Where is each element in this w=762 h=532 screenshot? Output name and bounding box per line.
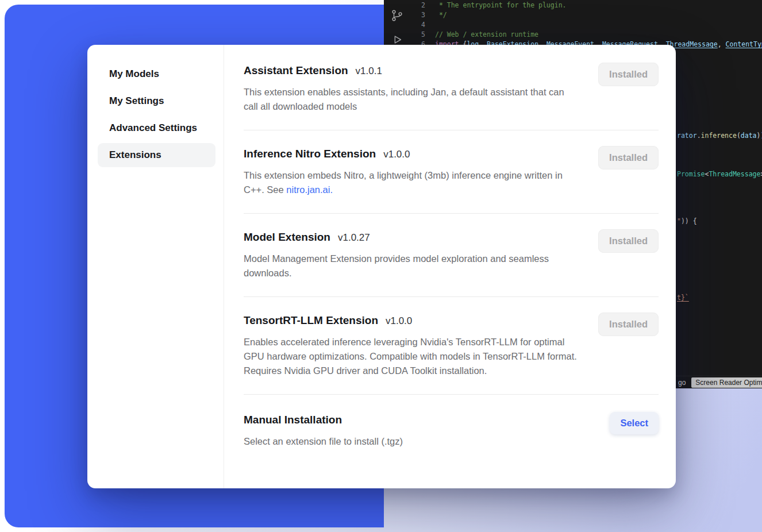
manual-installation-description: Select an extension file to install (.tg… (244, 434, 403, 449)
code-token: " (677, 217, 681, 225)
code-token: data (741, 132, 757, 140)
code-fragment: rator.inference(data)); (677, 132, 762, 140)
extension-description: Enables accelerated inference leveraging… (244, 335, 577, 378)
installed-button-tensortrt-llm-extension[interactable]: Installed (598, 313, 659, 336)
extension-description: This extension enables assistants, inclu… (244, 85, 577, 114)
sidebar-item-extensions[interactable]: Extensions (98, 143, 215, 167)
installed-button-model-extension[interactable]: Installed (598, 229, 659, 253)
extension-section-tensortrt-llm-extension: TensortRT-LLM Extensionv1.0.0Enables acc… (244, 297, 659, 395)
installed-button-inference-nitro-extension[interactable]: Installed (598, 146, 659, 169)
manual-installation-section: Manual Installation Select an extension … (244, 395, 659, 465)
screen-reader-chip[interactable]: Screen Reader Optimized (691, 377, 762, 388)
sidebar-item-my-models[interactable]: My Models (98, 62, 215, 86)
code-token: ThreadMessage (709, 170, 760, 178)
extension-version: v1.0.0 (383, 149, 410, 160)
code-token: inference (701, 132, 737, 140)
select-extension-file-button[interactable]: Select (610, 412, 659, 434)
settings-modal: My ModelsMy SettingsAdvanced SettingsExt… (87, 45, 676, 488)
status-bar-text: go (678, 379, 686, 387)
extension-section-inference-nitro-extension: Inference Nitro Extensionv1.0.0This exte… (244, 130, 659, 214)
code-token: Promise (677, 170, 705, 178)
extension-title: TensortRT-LLM Extension (244, 313, 378, 329)
installed-button-assistant-extension[interactable]: Installed (598, 63, 659, 86)
code-fragment: t}` (677, 294, 689, 302)
extension-version: v1.0.27 (338, 232, 370, 244)
extension-title: Model Extension (244, 229, 330, 245)
extension-description: This extension embeds Nitro, a lightweig… (244, 168, 577, 197)
sidebar-item-my-settings[interactable]: My Settings (98, 89, 215, 113)
extension-description: Model Management Extension provides mode… (244, 252, 577, 280)
sidebar-item-advanced-settings[interactable]: Advanced Settings (98, 116, 215, 140)
code-token: ( (737, 132, 741, 140)
code-fragment: ")) { (677, 217, 697, 226)
extension-section-model-extension: Model Extensionv1.0.27Model Management E… (244, 214, 659, 297)
code-token: )) { (681, 217, 697, 225)
extension-version: v1.0.1 (356, 65, 382, 77)
code-fragment: Promise<ThreadMessage> (677, 170, 762, 179)
manual-installation-title: Manual Installation (244, 412, 342, 428)
code-token: )); (757, 132, 762, 140)
extension-version: v1.0.0 (386, 315, 412, 327)
nitro-jan-ai-link[interactable]: nitro.jan.ai. (286, 184, 333, 195)
extension-section-assistant-extension: Assistant Extensionv1.0.1This extension … (244, 45, 659, 130)
code-token: t}` (677, 294, 689, 302)
extensions-panel: Assistant Extensionv1.0.1This extension … (224, 45, 676, 488)
code-token: rator (677, 132, 697, 140)
extensions-list: Assistant Extensionv1.0.1This extension … (244, 45, 659, 395)
extension-title: Assistant Extension (244, 63, 348, 79)
settings-nav: My ModelsMy SettingsAdvanced SettingsExt… (87, 45, 224, 488)
code-token: . (697, 132, 701, 140)
extension-title: Inference Nitro Extension (244, 146, 376, 162)
